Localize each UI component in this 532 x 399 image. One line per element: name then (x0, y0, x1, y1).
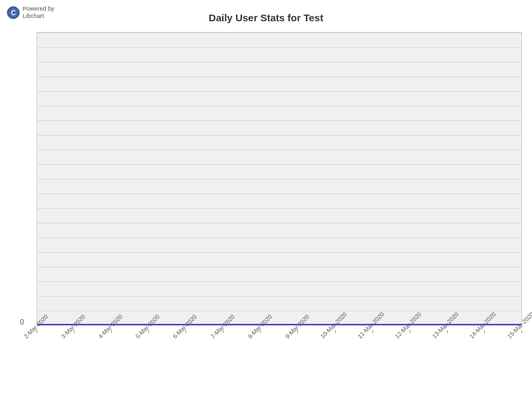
grid-line (37, 150, 521, 150)
chart-area (37, 32, 522, 326)
x-tick-line (447, 330, 448, 333)
x-tick-line (484, 330, 485, 333)
grid-line (37, 179, 521, 180)
chart-title: Daily User Stats for Test (0, 12, 532, 23)
x-tick: 15-Mar-2020 (521, 330, 522, 342)
grid-line (37, 91, 521, 92)
x-tick: 5-Mar-2020 (148, 330, 149, 342)
grid-line (37, 296, 521, 297)
x-tick: 3-Mar-2020 (74, 330, 74, 342)
grid-line (37, 62, 521, 63)
grid-line (37, 33, 521, 33)
x-axis: 2-Mar-20203-Mar-20204-Mar-20205-Mar-2020… (37, 326, 522, 399)
grid-line (37, 237, 521, 238)
x-tick: 6-Mar-2020 (186, 330, 186, 342)
chart-container: C Powered by Libchart Daily User Stats f… (0, 0, 532, 399)
grid-line (37, 135, 521, 136)
x-tick: 13-Mar-2020 (447, 330, 448, 342)
x-tick-line (521, 330, 522, 333)
x-tick: 4-Mar-2020 (111, 330, 112, 342)
x-tick: 14-Mar-2020 (484, 330, 485, 342)
x-tick: 9-Mar-2020 (297, 330, 298, 342)
x-tick-line (372, 330, 373, 333)
grid-line (37, 252, 521, 253)
grid-line (37, 120, 521, 121)
grid-line (37, 208, 521, 209)
grid-line (37, 223, 521, 223)
x-tick-line (410, 330, 410, 333)
grid-line (37, 106, 521, 106)
x-tick: 12-Mar-2020 (410, 330, 410, 342)
grid-line (37, 267, 521, 267)
x-tick-line (335, 330, 336, 333)
x-tick: 7-Mar-2020 (223, 330, 223, 342)
x-tick: 10-Mar-2020 (335, 330, 336, 342)
grid-lines (37, 33, 521, 325)
x-tick: 11-Mar-2020 (372, 330, 373, 342)
x-tick: 2-Mar-2020 (37, 330, 37, 342)
y-axis-zero: 0 (20, 318, 24, 326)
grid-line (37, 76, 521, 77)
grid-line (37, 194, 521, 194)
grid-line (37, 311, 521, 311)
x-tick: 8-Mar-2020 (260, 330, 261, 342)
grid-line (37, 281, 521, 282)
grid-line (37, 164, 521, 165)
grid-line (37, 47, 521, 48)
